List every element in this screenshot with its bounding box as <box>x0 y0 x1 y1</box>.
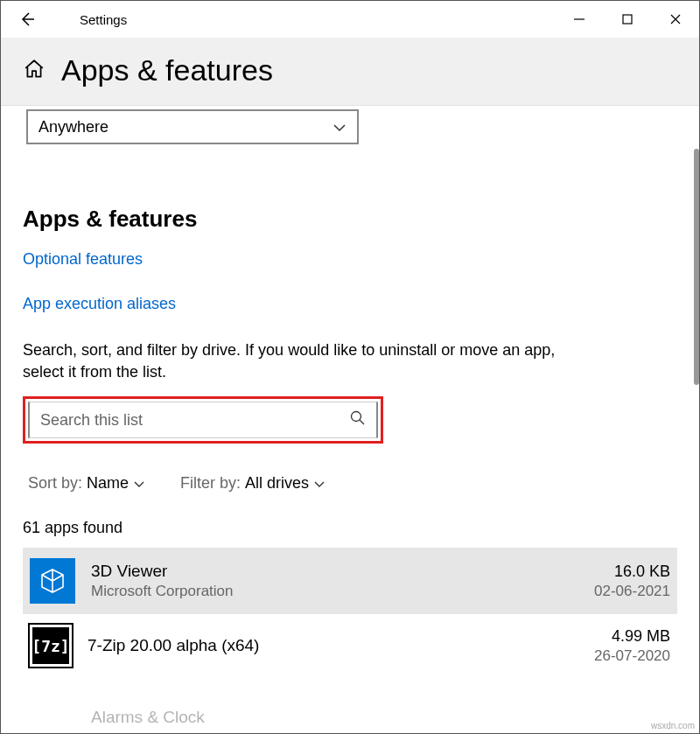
app-icon-7zip: [7z] <box>30 625 72 667</box>
watermark: wsxdn.com <box>651 721 695 731</box>
app-size: 16.0 KB <box>594 563 670 581</box>
filter-label: Filter by: <box>180 474 241 493</box>
app-icon-alarms <box>30 695 75 733</box>
optional-features-link[interactable]: Optional features <box>23 250 677 269</box>
svg-line-3 <box>360 420 364 424</box>
app-name: 7-Zip 20.00 alpha (x64) <box>88 636 578 655</box>
app-meta: 16.0 KB 02-06-2021 <box>594 563 670 600</box>
page-header: Apps & features <box>1 38 699 106</box>
scrollbar[interactable] <box>694 149 699 385</box>
app-item[interactable]: [7z] 7-Zip 20.00 alpha (x64) 4.99 MB 26-… <box>23 614 677 677</box>
app-icon-3dviewer <box>30 558 75 604</box>
app-info: 3D Viewer Microsoft Corporation <box>91 562 578 600</box>
search-box[interactable] <box>28 402 378 438</box>
svg-point-2 <box>352 412 361 422</box>
app-info: 7-Zip 20.00 alpha (x64) <box>88 636 578 655</box>
content-area: Anywhere Apps & features Optional featur… <box>1 106 699 733</box>
app-item[interactable]: 3D Viewer Microsoft Corporation 16.0 KB … <box>23 548 677 614</box>
app-name: 3D Viewer <box>91 562 578 581</box>
help-text: Search, sort, and filter by drive. If yo… <box>23 339 592 383</box>
close-icon <box>669 13 682 25</box>
app-info: Alarms & Clock <box>91 708 670 727</box>
sort-value: Name <box>87 474 129 493</box>
install-source-value: Anywhere <box>38 118 108 136</box>
app-publisher: Microsoft Corporation <box>91 583 578 600</box>
app-date: 26-07-2020 <box>594 647 670 665</box>
apps-count: 61 apps found <box>23 519 677 537</box>
titlebar: Settings <box>1 1 699 38</box>
install-source-dropdown[interactable]: Anywhere <box>26 109 359 144</box>
search-icon <box>350 410 366 430</box>
maximize-button[interactable] <box>603 2 651 37</box>
filter-by-dropdown[interactable]: Filter by: All drives <box>180 474 326 493</box>
chevron-down-icon <box>133 474 145 493</box>
app-item[interactable]: Alarms & Clock <box>23 684 677 733</box>
filter-value: All drives <box>245 474 309 493</box>
chevron-down-icon <box>313 474 326 493</box>
app-meta: 4.99 MB 26-07-2020 <box>594 627 670 665</box>
close-button[interactable] <box>651 2 699 37</box>
app-date: 02-06-2021 <box>594 583 670 600</box>
arrow-left-icon <box>18 10 36 28</box>
back-button[interactable] <box>10 2 45 37</box>
app-list: 3D Viewer Microsoft Corporation 16.0 KB … <box>23 548 677 733</box>
section-title: Apps & features <box>23 206 677 233</box>
search-highlight <box>23 396 383 444</box>
sort-by-dropdown[interactable]: Sort by: Name <box>28 474 145 493</box>
minimize-icon <box>573 13 585 25</box>
app-size: 4.99 MB <box>594 627 670 646</box>
window-controls <box>555 2 699 37</box>
window-title: Settings <box>80 12 127 27</box>
svg-rect-1 <box>623 15 632 24</box>
search-input[interactable] <box>40 411 350 430</box>
minimize-button[interactable] <box>555 2 603 37</box>
home-icon[interactable] <box>23 58 46 84</box>
app-name: Alarms & Clock <box>91 708 670 727</box>
app-execution-aliases-link[interactable]: App execution aliases <box>23 295 677 313</box>
filter-row: Sort by: Name Filter by: All drives <box>23 474 677 493</box>
chevron-down-icon <box>332 118 346 136</box>
sort-label: Sort by: <box>28 474 82 493</box>
page-title: Apps & features <box>61 53 273 87</box>
maximize-icon <box>621 13 634 25</box>
